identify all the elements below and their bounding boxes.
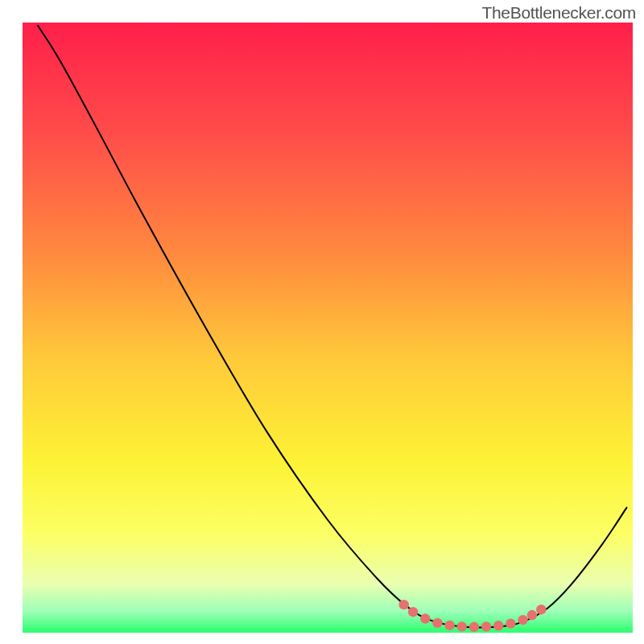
- optimal-marker-dot: [408, 607, 418, 617]
- optimal-marker-dot: [457, 621, 467, 631]
- optimal-marker-dot: [536, 605, 546, 614]
- chart-canvas: TheBottlenecker.com: [0, 0, 644, 644]
- optimal-marker-dot: [469, 622, 479, 632]
- optimal-marker-dot: [420, 613, 430, 623]
- optimal-marker-dot: [432, 618, 442, 628]
- bottleneck-chart: [0, 0, 644, 644]
- optimal-marker-dot: [481, 621, 491, 631]
- optimal-marker-dot: [518, 615, 527, 625]
- optimal-marker-dot: [399, 600, 409, 609]
- gradient-background: [23, 23, 633, 633]
- optimal-marker-dot: [444, 621, 454, 630]
- optimal-marker-dot: [506, 618, 515, 628]
- watermark-text: TheBottlenecker.com: [481, 3, 636, 23]
- optimal-marker-dot: [527, 610, 537, 620]
- optimal-marker-dot: [493, 621, 503, 630]
